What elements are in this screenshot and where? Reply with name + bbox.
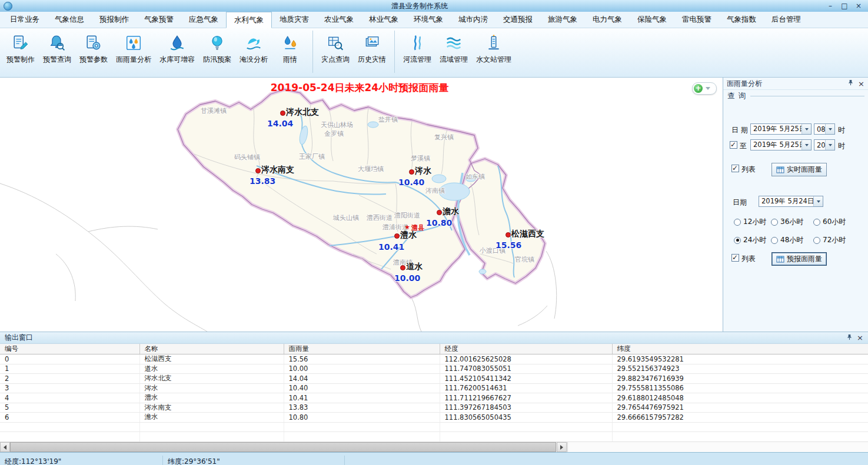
pin-icon[interactable] <box>847 79 854 88</box>
tool-button-river-manage[interactable]: 河流管理 <box>399 29 435 65</box>
menu-item-1[interactable]: 气象信息 <box>47 12 92 28</box>
tool-button-basin-manage[interactable]: 流域管理 <box>435 29 472 65</box>
map-station-name: 松滋西支 <box>511 229 544 239</box>
list-checkbox-forecast[interactable] <box>731 254 739 262</box>
tool-button-flood-analysis[interactable]: 淹没分析 <box>235 29 272 65</box>
menu-item-16[interactable]: 气象指数 <box>719 12 764 28</box>
radio-72小时[interactable]: 72小时 <box>813 235 846 245</box>
map-station-marker[interactable] <box>505 232 511 237</box>
panel-title: 面雨量分析 <box>727 79 847 89</box>
minimize-button[interactable]: – <box>823 0 837 12</box>
map-station-marker[interactable] <box>255 168 261 173</box>
column-header[interactable]: 名称 <box>139 344 284 354</box>
list-checkbox-realtime[interactable] <box>731 165 739 172</box>
map-station-marker[interactable] <box>400 265 405 270</box>
chevron-down-icon <box>825 124 834 134</box>
county-map[interactable] <box>0 78 723 332</box>
map-station-name: 涔水 <box>415 166 431 176</box>
map-station-marker[interactable] <box>394 233 400 239</box>
table-cell: 4 <box>0 393 139 403</box>
tool-button-area-rain[interactable]: 面雨量分析 <box>112 29 155 65</box>
close-icon[interactable]: × <box>858 81 864 87</box>
tool-button-reservoir[interactable]: 水库可增容 <box>155 29 199 65</box>
close-button[interactable]: × <box>852 0 866 12</box>
end-date-select[interactable]: 2019年 5月25日 <box>750 139 812 150</box>
menu-item-8[interactable]: 林业气象 <box>361 12 406 28</box>
table-row-empty <box>0 432 868 442</box>
table-cell: 29.8823476716939 <box>612 374 868 384</box>
maximize-button[interactable]: □ <box>837 0 852 12</box>
table-row-empty <box>0 422 868 432</box>
table-row[interactable]: 0松滋西支15.56112.00162562502829.61935495322… <box>0 354 868 364</box>
menu-item-9[interactable]: 环境气象 <box>406 12 451 28</box>
map-town-label: 金罗镇 <box>324 129 344 138</box>
column-header[interactable]: 纬度 <box>612 344 868 354</box>
map-station-name: 道水 <box>406 262 423 272</box>
forecast-rain-button[interactable]: 预报面雨量 <box>771 252 827 266</box>
start-date-select[interactable]: 2019年 5月25日 <box>750 123 812 135</box>
scrollbar-thumb[interactable] <box>10 442 556 452</box>
tool-button-hydro-station[interactable]: 水文站管理 <box>472 29 516 65</box>
tool-button-alert-make[interactable]: 预警制作 <box>2 29 39 65</box>
menu-item-17[interactable]: 后台管理 <box>764 12 809 28</box>
menu-item-0[interactable]: 日常业务 <box>2 12 47 28</box>
map-station-marker[interactable] <box>437 210 442 215</box>
tool-button-flood-plan[interactable]: 防汛预案 <box>199 29 235 65</box>
table-cell: 2 <box>0 374 139 384</box>
radio-circle-icon <box>734 219 741 226</box>
radio-label: 60小时 <box>823 217 846 227</box>
map-station-value: 10.40 <box>398 178 424 187</box>
realtime-rain-button[interactable]: 实时面雨量 <box>771 163 827 176</box>
menu-item-6[interactable]: 地质灾害 <box>272 12 317 28</box>
column-header[interactable]: 编号 <box>0 344 139 354</box>
menu-item-4[interactable]: 应急气象 <box>181 12 226 28</box>
menu-item-11[interactable]: 交通预报 <box>495 12 540 28</box>
table-row[interactable]: 2涔水北支14.04111.45210541134229.88234767169… <box>0 374 868 384</box>
menu-item-13[interactable]: 电力气象 <box>585 12 630 28</box>
menu-item-5[interactable]: 水利气象 <box>226 12 272 28</box>
map-station-marker[interactable] <box>280 111 285 116</box>
menu-item-10[interactable]: 城市内涝 <box>451 12 495 28</box>
table-row[interactable]: 6澹水10.80111.83056505043529.6666157957282 <box>0 413 868 423</box>
alert-make-icon <box>12 34 29 52</box>
close-icon[interactable]: × <box>857 334 863 341</box>
end-hour-select[interactable]: 20 <box>814 139 835 150</box>
area-rain-icon <box>125 34 142 52</box>
table-row[interactable]: 4澧水10.41111.71121966762729.6188012485048 <box>0 393 868 403</box>
table-row[interactable]: 5涔水南支13.83111.39726718450329.76544769759… <box>0 403 868 413</box>
table-row[interactable]: 1道水10.00111.74708305505129.552156374923 <box>0 364 868 374</box>
tool-button-rain-info[interactable]: 雨情 <box>272 29 308 65</box>
radio-12小时[interactable]: 12小时 <box>734 217 766 227</box>
map-zoom-button[interactable]: + <box>692 82 717 95</box>
start-hour-select[interactable]: 08 <box>814 123 835 135</box>
pin-icon[interactable] <box>846 334 853 342</box>
menu-item-14[interactable]: 保险气象 <box>630 12 674 28</box>
river-manage-icon <box>409 34 425 52</box>
hour-unit-label: 时 <box>838 141 845 151</box>
county-shape <box>178 89 545 297</box>
menu-item-15[interactable]: 雷电预警 <box>674 12 719 28</box>
scroll-left-button[interactable] <box>0 442 10 452</box>
radio-36小时[interactable]: 36小时 <box>771 217 803 227</box>
forecast-date-select[interactable]: 2019年 5月24日 <box>759 196 823 207</box>
radio-24小时[interactable]: 24小时 <box>734 235 766 245</box>
scroll-right-button[interactable] <box>557 442 567 452</box>
menu-item-3[interactable]: 气象预警 <box>137 12 181 28</box>
menu-item-2[interactable]: 预报制作 <box>92 12 137 28</box>
menu-item-12[interactable]: 旅游气象 <box>540 12 585 28</box>
map-station-marker[interactable] <box>409 169 414 175</box>
table-row[interactable]: 3涔水10.40111.7620051463129.7555811355086 <box>0 383 868 393</box>
radio-60小时[interactable]: 60小时 <box>813 217 846 227</box>
column-header[interactable]: 面雨量 <box>284 344 440 354</box>
menu-item-7[interactable]: 农业气象 <box>317 12 361 28</box>
map-area[interactable]: 2019-05-24日未来24小时预报面雨量 甘溪滩镇天供山林场金罗镇盐井镇复兴… <box>0 78 723 332</box>
end-date-checkbox[interactable] <box>730 141 737 149</box>
column-header[interactable]: 经度 <box>440 344 612 354</box>
tool-button-disaster-query[interactable]: 灾点查询 <box>317 29 354 65</box>
menu-bar: 日常业务气象信息预报制作气象预警应急气象水利气象地质灾害农业气象林业气象环境气象… <box>0 12 868 28</box>
radio-48小时[interactable]: 48小时 <box>771 235 803 245</box>
tool-button-alert-params[interactable]: 预警参数 <box>75 29 112 65</box>
horizontal-scrollbar[interactable] <box>0 441 868 452</box>
tool-button-alert-query[interactable]: 预警查询 <box>39 29 75 65</box>
tool-button-history-disaster[interactable]: 历史灾情 <box>354 29 390 65</box>
